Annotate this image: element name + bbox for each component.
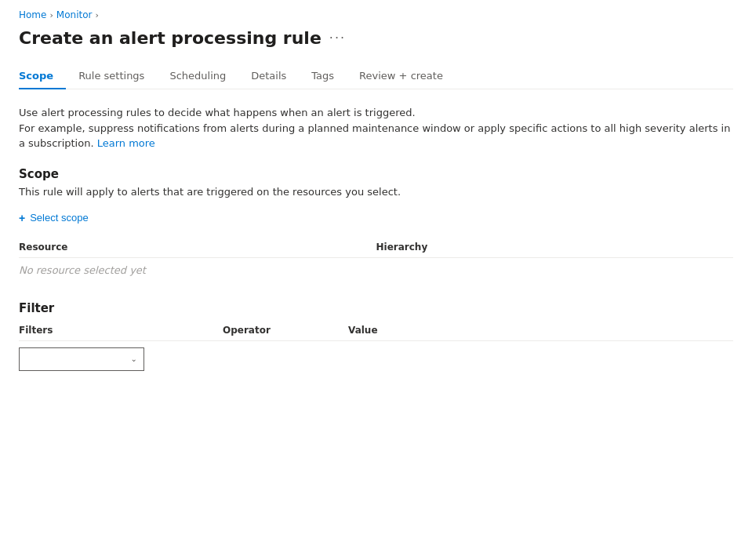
- breadcrumb-monitor[interactable]: Monitor: [56, 9, 93, 20]
- tabs-bar: Scope Rule settings Scheduling Details T…: [19, 64, 733, 89]
- value-col-header: Value: [348, 325, 733, 336]
- tab-scheduling[interactable]: Scheduling: [157, 64, 238, 89]
- page-container: Home › Monitor › Create an alert process…: [0, 0, 752, 390]
- tab-rule-settings[interactable]: Rule settings: [66, 64, 157, 89]
- filters-col-header: Filters: [19, 325, 223, 336]
- page-title-row: Create an alert processing rule ···: [19, 28, 733, 48]
- filter-title: Filter: [19, 301, 733, 315]
- operator-col-header: Operator: [223, 325, 348, 336]
- tab-review-create[interactable]: Review + create: [347, 64, 456, 89]
- breadcrumb: Home › Monitor ›: [19, 9, 733, 20]
- empty-resource-text: No resource selected yet: [19, 257, 733, 282]
- filter-dropdown[interactable]: ⌄: [19, 347, 144, 371]
- learn-more-link[interactable]: Learn more: [97, 137, 155, 149]
- filter-row: ⌄: [19, 347, 733, 371]
- chevron-down-icon: ⌄: [131, 355, 137, 363]
- hierarchy-col-header: Hierarchy: [376, 237, 734, 258]
- scope-section: Scope This rule will apply to alerts tha…: [19, 167, 733, 282]
- info-line1: Use alert processing rules to decide wha…: [19, 105, 733, 121]
- breadcrumb-sep-1: ›: [49, 10, 53, 20]
- tab-scope[interactable]: Scope: [19, 64, 66, 89]
- info-section: Use alert processing rules to decide wha…: [19, 105, 733, 151]
- select-scope-button[interactable]: + Select scope: [19, 209, 89, 227]
- plus-icon: +: [19, 212, 25, 224]
- scope-description: This rule will apply to alerts that are …: [19, 186, 733, 198]
- breadcrumb-sep-2: ›: [95, 10, 98, 20]
- tab-details[interactable]: Details: [238, 64, 299, 89]
- filter-dropdown-container[interactable]: ⌄: [19, 347, 223, 371]
- info-line2: For example, suppress notifications from…: [19, 121, 733, 151]
- page-title: Create an alert processing rule: [19, 28, 322, 48]
- tab-tags[interactable]: Tags: [299, 64, 347, 89]
- filter-table-header: Filters Operator Value: [19, 320, 733, 341]
- scope-title: Scope: [19, 167, 733, 181]
- select-scope-label: Select scope: [30, 212, 88, 224]
- breadcrumb-home[interactable]: Home: [19, 9, 46, 20]
- filter-section: Filter Filters Operator Value ⌄: [19, 301, 733, 371]
- resource-table: Resource Hierarchy No resource selected …: [19, 237, 733, 282]
- table-row-empty: No resource selected yet: [19, 257, 733, 282]
- resource-col-header: Resource: [19, 237, 376, 258]
- more-options-icon[interactable]: ···: [329, 31, 346, 45]
